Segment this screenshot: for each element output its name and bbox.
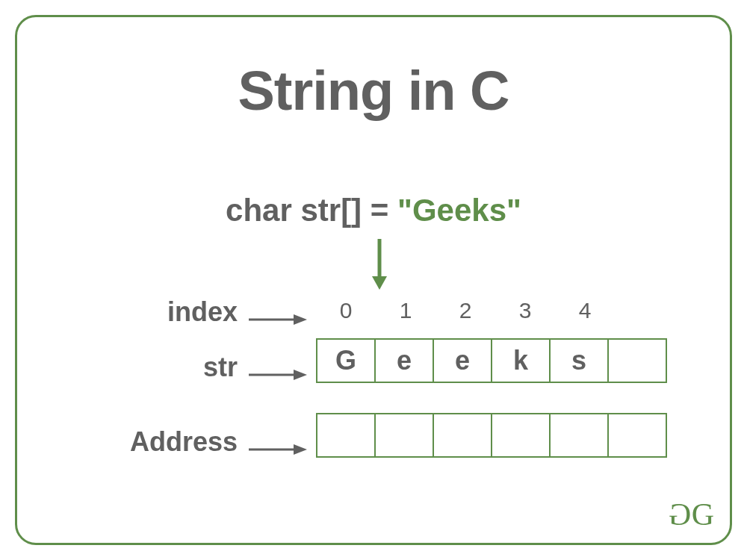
index-row: 0 1 2 3 4	[316, 298, 675, 323]
index-value: 1	[376, 298, 436, 323]
array-cell	[607, 413, 667, 458]
array-cell	[491, 413, 551, 458]
label-address: Address	[62, 426, 238, 458]
label-str: str	[88, 352, 238, 383]
string-array: G e e k s	[316, 338, 667, 383]
svg-marker-3	[294, 314, 307, 325]
array-cell	[549, 413, 609, 458]
svg-marker-5	[294, 370, 307, 380]
array-cell: G	[316, 338, 376, 383]
array-cell: e	[433, 338, 492, 383]
array-cell: s	[549, 338, 609, 383]
index-value: 4	[555, 298, 615, 323]
label-index: index	[88, 296, 238, 328]
index-value: 0	[316, 298, 376, 323]
array-cell	[433, 413, 492, 458]
geeksforgeeks-logo-icon: GG	[671, 497, 712, 532]
array-cell: k	[491, 338, 551, 383]
index-value	[615, 298, 675, 323]
array-cell	[316, 413, 376, 458]
array-cell	[607, 338, 667, 383]
diagram-title: String in C	[17, 59, 730, 122]
svg-marker-1	[372, 276, 387, 290]
arrow-right-str-icon	[249, 368, 307, 385]
declaration-line: char str[] = "Geeks"	[17, 193, 730, 228]
diagram-card: String in C char str[] = "Geeks" index s…	[15, 15, 732, 545]
svg-marker-7	[294, 444, 307, 455]
arrow-right-address-icon	[249, 443, 307, 459]
array-cell	[374, 413, 434, 458]
address-array	[316, 413, 667, 458]
index-value: 2	[436, 298, 495, 323]
array-cell: e	[374, 338, 434, 383]
arrow-down-icon	[371, 237, 388, 291]
declaration-prefix: char str[] =	[226, 193, 397, 228]
declaration-literal: "Geeks"	[397, 193, 521, 228]
arrow-right-index-icon	[249, 313, 307, 329]
index-value: 3	[495, 298, 555, 323]
